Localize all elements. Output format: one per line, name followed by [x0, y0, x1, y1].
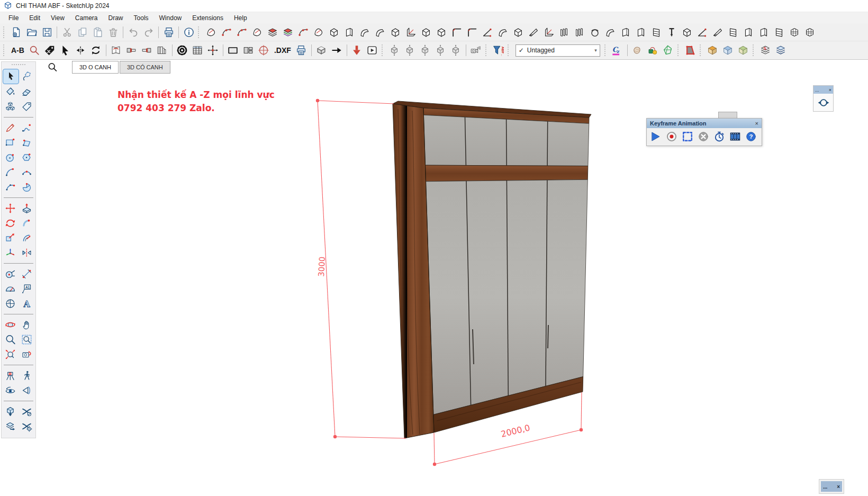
pan-tool[interactable] — [19, 318, 34, 332]
components-tool[interactable] — [3, 100, 18, 114]
tag-tool[interactable] — [19, 100, 34, 114]
keyframe-title-bar[interactable]: Keyframe Animation × — [647, 119, 762, 128]
solid-frame-icon[interactable] — [683, 43, 698, 58]
toolbar-drag-handle[interactable] — [604, 44, 607, 56]
standard-view-back-icon[interactable] — [448, 43, 464, 58]
cutlist-table-icon[interactable] — [190, 43, 205, 58]
pillar-array-icon[interactable] — [572, 25, 587, 40]
export-arrow-icon[interactable] — [329, 43, 345, 58]
axes-guide-tool[interactable]: C — [3, 296, 18, 311]
tab-3d-o-canh[interactable]: 3D O CANH — [72, 61, 119, 74]
standard-view-top-icon[interactable] — [418, 43, 433, 58]
palette-drag-handle[interactable] — [12, 64, 25, 67]
cut-icon[interactable] — [59, 25, 75, 40]
follow-me-tool[interactable] — [19, 216, 34, 230]
panel-frame-icon[interactable] — [740, 25, 756, 40]
print-layout-icon[interactable] — [294, 43, 309, 58]
freehand-tool[interactable] — [19, 121, 34, 135]
box-view-icon[interactable] — [314, 43, 329, 58]
book-fold-icon[interactable] — [108, 43, 124, 58]
arc-tool[interactable] — [3, 165, 18, 179]
material-bag-icon[interactable] — [645, 43, 661, 58]
dxf-export-label[interactable]: .DXF — [272, 46, 294, 55]
mesh-weave-icon[interactable] — [786, 25, 802, 40]
menu-view[interactable]: View — [46, 13, 70, 23]
ribbon-curve-icon[interactable] — [372, 25, 387, 40]
new-document-icon[interactable] — [8, 25, 24, 40]
wardrobe-middle-band[interactable] — [426, 165, 588, 182]
select-keys-button[interactable] — [681, 130, 694, 143]
width-dimension-label[interactable]: 2000,0 — [500, 422, 531, 439]
mini-toolbar-title-bar[interactable]: ... × — [813, 86, 833, 94]
cz-plugin-icon[interactable]: Cz — [610, 43, 625, 58]
menu-extensions[interactable]: Extensions — [187, 13, 229, 23]
axis-pin-icon[interactable] — [295, 25, 311, 40]
layers-export-tool[interactable] — [3, 419, 18, 434]
record-button[interactable] — [665, 130, 679, 143]
zoom-extents-tool[interactable] — [3, 347, 18, 362]
center-target-icon[interactable] — [256, 43, 272, 58]
axes-tool[interactable] — [3, 246, 18, 260]
toolbar-drag-handle[interactable] — [382, 44, 384, 56]
play-button[interactable] — [649, 130, 663, 143]
close-icon[interactable]: × — [755, 120, 758, 127]
orbit-tool[interactable] — [3, 318, 18, 332]
save-icon[interactable] — [39, 25, 55, 40]
cube-green-icon[interactable] — [736, 43, 751, 58]
component-download-tool[interactable] — [3, 404, 18, 419]
pillars-icon[interactable] — [556, 25, 572, 40]
toolbar-drag-handle[interactable] — [753, 44, 755, 56]
section-eye-tool[interactable] — [19, 383, 34, 398]
standard-view-side-icon[interactable] — [433, 43, 448, 58]
material-gem-icon[interactable] — [661, 43, 676, 58]
delete-keys-button[interactable] — [697, 130, 710, 143]
polygon-tool[interactable] — [19, 150, 34, 165]
tab-3d-co-canh[interactable]: 3D CÓ CANH — [120, 61, 170, 74]
window-grid-icon[interactable] — [771, 25, 786, 40]
ab-range-label[interactable]: A-B — [8, 46, 27, 55]
toolbar-drag-handle[interactable] — [3, 26, 6, 38]
scale-tool[interactable] — [3, 231, 18, 245]
look-around-tool[interactable] — [3, 383, 18, 398]
joint-left-icon[interactable] — [124, 43, 139, 58]
hide-rest-tool[interactable] — [19, 404, 34, 419]
flip-tool[interactable] — [19, 246, 34, 260]
close-icon[interactable]: × — [829, 87, 831, 93]
close-icon[interactable]: × — [837, 484, 840, 490]
layers-blue-icon[interactable] — [773, 43, 789, 58]
base-plate-icon[interactable] — [679, 25, 694, 40]
hatch-fill-icon[interactable] — [802, 25, 817, 40]
rectangle-tool[interactable] — [3, 136, 18, 150]
position-camera-tool[interactable] — [3, 368, 18, 383]
select-tool[interactable] — [3, 69, 19, 84]
toolbar-drag-handle[interactable] — [700, 44, 702, 56]
door-frame-icon[interactable] — [756, 25, 771, 40]
step-curve-icon[interactable] — [602, 25, 618, 40]
report-columns-icon[interactable] — [155, 43, 170, 58]
door-panel-icon[interactable] — [633, 25, 648, 40]
panel-bend-icon[interactable] — [341, 25, 357, 40]
abf-download-icon[interactable] — [349, 43, 365, 58]
move-tool[interactable] — [3, 201, 18, 215]
paste-icon[interactable] — [90, 25, 105, 40]
tags-dropdown[interactable]: ✓Untagged▾ — [516, 44, 600, 57]
curve-sketch-icon[interactable] — [495, 25, 510, 40]
toolbar-drag-handle[interactable] — [485, 44, 488, 56]
print-icon[interactable] — [161, 25, 176, 40]
cross-red-icon[interactable] — [694, 25, 710, 40]
lasso-tool[interactable] — [19, 69, 34, 83]
open-icon[interactable] — [24, 25, 39, 40]
circle-tool[interactable] — [3, 150, 18, 165]
chevron-down-icon[interactable]: ▾ — [591, 48, 597, 53]
pin-box-icon[interactable] — [541, 25, 556, 40]
previous-view-tool[interactable] — [19, 347, 34, 362]
layers-red-icon[interactable] — [265, 25, 280, 40]
menu-draw[interactable]: Draw — [103, 13, 129, 23]
layout-panes-icon[interactable] — [241, 43, 256, 58]
search-icon[interactable] — [46, 61, 59, 74]
zoom-window-tool[interactable] — [19, 332, 34, 347]
corner-fillet-icon[interactable] — [449, 25, 464, 40]
protractor-tool[interactable] — [3, 282, 18, 296]
standard-view-iso-icon[interactable] — [387, 43, 402, 58]
stair-builder-icon[interactable] — [725, 25, 740, 40]
